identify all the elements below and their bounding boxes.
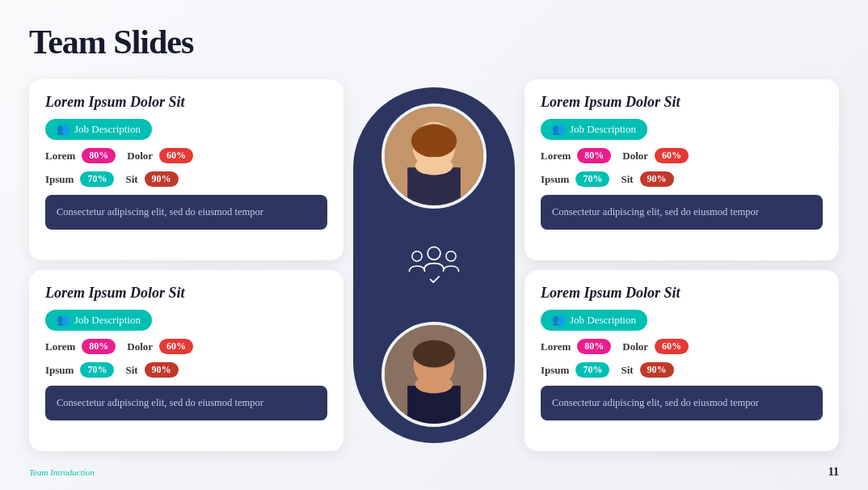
stat-label-ipsum-tl: Ipsum — [45, 173, 74, 186]
stat-label-ipsum-br: Ipsum — [541, 364, 569, 377]
photo-man-bottom-center — [381, 322, 487, 427]
description-bottom-right: Consectetur adipiscing elit, sed do eius… — [541, 386, 823, 420]
stat-label-sit-bl: Sit — [125, 364, 137, 377]
stats-row-1-bottom-left: Lorem 80% Dolor 60% — [45, 339, 327, 354]
stat-label-sit-tl: Sit — [125, 173, 137, 186]
center-photos — [353, 87, 515, 443]
cards-grid: Lorem Ipsum Dolor Sit 👥 Job Description … — [29, 79, 839, 451]
job-badge-icon-br: 👥 — [552, 314, 565, 327]
card-top-right-title: Lorem Ipsum Dolor Sit — [541, 94, 823, 111]
stat-badge-dolor-bl: 60% — [159, 339, 193, 354]
stat-badge-dolor-br: 60% — [655, 339, 689, 354]
svg-point-4 — [415, 157, 453, 175]
description-bottom-left: Consectetur adipiscing elit, sed do eius… — [45, 386, 327, 420]
stat-label-dolor-tl: Dolor — [127, 150, 153, 163]
stats-row-1-bottom-right: Lorem 80% Dolor 60% — [541, 339, 823, 354]
team-icon — [406, 239, 462, 291]
stat-badge-lorem-br: 80% — [577, 339, 611, 354]
stat-label-sit-br: Sit — [621, 364, 633, 377]
center-column — [353, 79, 515, 451]
page-title: Team Slides — [29, 23, 839, 61]
stats-row-1-top-left: Lorem 80% Dolor 60% — [45, 148, 327, 163]
svg-point-2 — [411, 125, 457, 158]
center-bg — [353, 87, 515, 443]
stat-label-lorem-tr: Lorem — [541, 150, 571, 163]
stat-label-dolor-br: Dolor — [622, 340, 648, 353]
stat-badge-ipsum-bl: 70% — [80, 362, 114, 378]
stat-badge-sit-tr: 90% — [640, 171, 674, 187]
stat-badge-ipsum-tr: 70% — [575, 171, 609, 187]
job-badge-label-br: Job Description — [570, 314, 636, 327]
card-top-left-title: Lorem Ipsum Dolor Sit — [45, 94, 327, 111]
stat-badge-ipsum-br: 70% — [575, 362, 609, 378]
card-bottom-right-title: Lorem Ipsum Dolor Sit — [541, 285, 823, 302]
stat-label-dolor-bl: Dolor — [127, 340, 153, 353]
svg-point-9 — [415, 375, 453, 394]
job-badge-bottom-left: 👥 Job Description — [45, 310, 152, 331]
card-bottom-left-title: Lorem Ipsum Dolor Sit — [45, 285, 327, 302]
stat-label-lorem-br: Lorem — [541, 340, 571, 353]
stat-badge-dolor-tl: 60% — [159, 148, 193, 163]
stat-label-dolor-tr: Dolor — [622, 150, 648, 163]
svg-point-10 — [428, 247, 440, 260]
job-badge-label-bl: Job Description — [74, 314, 141, 327]
job-badge-icon-tr: 👥 — [552, 123, 565, 136]
stats-row-2-bottom-right: Ipsum 70% Sit 90% — [541, 362, 823, 378]
stat-badge-dolor-tr: 60% — [655, 148, 689, 163]
woman-top-svg — [385, 107, 483, 205]
stat-badge-ipsum-tl: 70% — [80, 171, 114, 187]
stat-label-sit-tr: Sit — [621, 173, 633, 186]
description-top-left: Consectetur adipiscing elit, sed do eius… — [45, 195, 327, 230]
svg-point-12 — [446, 251, 456, 261]
stat-badge-sit-tl: 90% — [145, 171, 179, 187]
stat-label-ipsum-tr: Ipsum — [541, 173, 569, 186]
man-bottom-center-svg — [385, 325, 483, 424]
job-badge-bottom-right: 👥 Job Description — [541, 310, 647, 331]
job-badge-icon: 👥 — [57, 123, 70, 136]
stats-row-1-top-right: Lorem 80% Dolor 60% — [541, 148, 823, 163]
job-badge-icon-bl: 👥 — [57, 314, 70, 327]
footer-page: 11 — [828, 466, 839, 479]
job-badge-label-tr: Job Description — [570, 123, 636, 136]
stat-label-lorem-bl: Lorem — [45, 340, 75, 353]
stat-badge-sit-br: 90% — [640, 362, 674, 378]
job-badge-top-right: 👥 Job Description — [541, 119, 647, 140]
photo-woman-top — [381, 103, 487, 209]
card-top-left: Lorem Ipsum Dolor Sit 👥 Job Description … — [29, 79, 343, 260]
stats-row-2-top-left: Ipsum 70% Sit 90% — [45, 171, 327, 187]
stat-badge-lorem-bl: 80% — [82, 339, 116, 354]
card-bottom-right: Lorem Ipsum Dolor Sit 👥 Job Description … — [525, 270, 839, 451]
svg-point-11 — [412, 251, 422, 261]
stat-badge-lorem-tl: 80% — [82, 148, 116, 163]
stat-label-lorem-tl: Lorem — [45, 150, 75, 163]
page: Team Slides Lorem Ipsum Dolor Sit 👥 Job … — [0, 0, 868, 490]
stat-badge-sit-bl: 90% — [145, 362, 179, 378]
svg-point-7 — [413, 340, 456, 368]
job-badge-label: Job Description — [74, 123, 141, 136]
team-svg — [406, 239, 462, 288]
stats-row-2-bottom-left: Ipsum 70% Sit 90% — [45, 362, 327, 378]
description-top-right: Consectetur adipiscing elit, sed do eius… — [541, 195, 823, 230]
job-badge-top-left: 👥 Job Description — [45, 119, 152, 140]
stats-row-2-top-right: Ipsum 70% Sit 90% — [541, 171, 823, 187]
footer-label: Team Introduction — [29, 467, 95, 477]
footer: Team Introduction 11 — [29, 466, 839, 479]
card-top-right: Lorem Ipsum Dolor Sit 👥 Job Description … — [525, 79, 839, 260]
stat-badge-lorem-tr: 80% — [577, 148, 611, 163]
card-bottom-left: Lorem Ipsum Dolor Sit 👥 Job Description … — [29, 270, 343, 451]
stat-label-ipsum-bl: Ipsum — [45, 364, 74, 377]
